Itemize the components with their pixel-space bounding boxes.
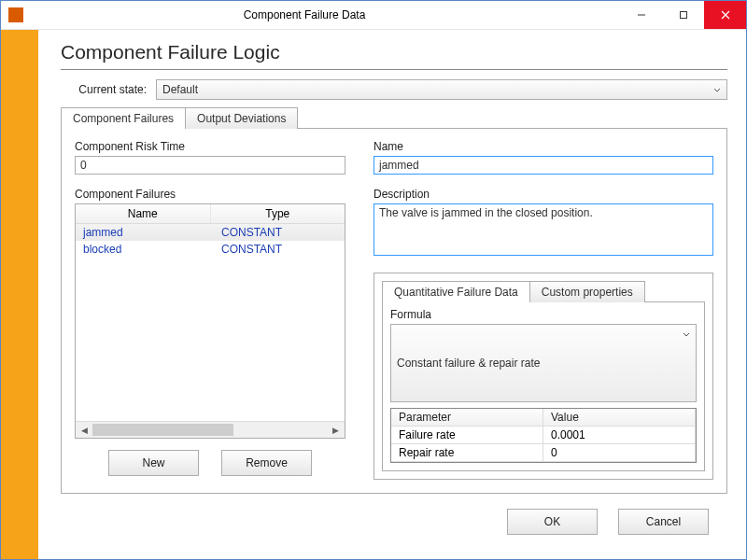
maximize-button[interactable] — [662, 1, 704, 29]
current-state-row: Current state: Default — [61, 79, 727, 100]
cancel-button[interactable]: Cancel — [618, 509, 709, 535]
name-input[interactable]: jammed — [374, 156, 713, 175]
svg-rect-1 — [680, 12, 686, 19]
minimize-button[interactable] — [620, 1, 662, 29]
col-header-type[interactable]: Type — [211, 204, 345, 223]
inner-tabs: Quantitative Failure Data Custom propert… — [382, 281, 712, 302]
horizontal-scrollbar[interactable]: ◀ ▶ — [76, 421, 345, 438]
description-label: Description — [374, 188, 713, 201]
scroll-track[interactable] — [92, 424, 328, 436]
cell-type: CONSTANT — [206, 241, 345, 258]
param-value[interactable]: 0.0001 — [543, 427, 696, 444]
tab-component-failures[interactable]: Component Failures — [61, 107, 186, 129]
failures-grid-header: Name Type — [76, 204, 345, 224]
chevron-down-icon — [713, 84, 721, 97]
close-icon — [721, 10, 730, 20]
scroll-thumb[interactable] — [92, 424, 233, 436]
tab-panel-component-failures: Component Risk Time 0 Component Failures… — [61, 128, 727, 494]
param-name: Failure rate — [391, 427, 543, 444]
col-header-value[interactable]: Value — [543, 409, 696, 427]
current-state-combo[interactable]: Default — [156, 79, 727, 100]
window-controls — [620, 1, 746, 29]
scroll-left-button[interactable]: ◀ — [78, 424, 92, 436]
parameter-table[interactable]: Parameter Value Failure rate 0.0001 Repa… — [390, 408, 697, 463]
cell-name: jammed — [76, 224, 206, 241]
table-row[interactable]: Repair rate 0 — [391, 444, 696, 462]
description-input[interactable]: The valve is jammed in the closed positi… — [374, 203, 713, 256]
scroll-right-button[interactable]: ▶ — [329, 424, 343, 436]
chevron-down-icon — [683, 329, 690, 342]
cell-type: CONSTANT — [206, 224, 345, 241]
component-failures-label: Component Failures — [75, 188, 345, 201]
formula-label: Formula — [390, 308, 697, 321]
tab-custom-properties[interactable]: Custom properties — [529, 281, 645, 302]
close-button[interactable] — [704, 1, 746, 29]
dialog-body: Component Failure Logic Current state: D… — [1, 30, 746, 559]
page-title: Component Failure Logic — [61, 41, 727, 70]
formula-combo[interactable]: Constant failure & repair rate — [390, 324, 697, 402]
param-value[interactable]: 0 — [543, 444, 696, 462]
failures-grid-body: jammed CONSTANT blocked CONSTANT — [76, 224, 345, 421]
titlebar: Component Failure Data — [1, 1, 746, 30]
tab-output-deviations[interactable]: Output Deviations — [185, 107, 298, 129]
risk-time-label: Component Risk Time — [75, 140, 345, 153]
current-state-value: Default — [162, 83, 198, 96]
dialog-window: Component Failure Data Component Failure… — [0, 0, 747, 560]
name-label: Name — [374, 140, 713, 153]
param-name: Repair rate — [391, 444, 543, 462]
parameter-table-header: Parameter Value — [391, 409, 696, 427]
left-column: Component Risk Time 0 Component Failures… — [75, 140, 345, 480]
main-tabs: Component Failures Output Deviations — [61, 107, 727, 129]
current-state-label: Current state: — [61, 83, 147, 96]
app-icon — [8, 7, 23, 22]
remove-button[interactable]: Remove — [221, 450, 312, 476]
minimize-icon — [637, 10, 646, 20]
table-row[interactable]: blocked CONSTANT — [76, 241, 345, 258]
side-accent — [1, 30, 38, 559]
dialog-buttons: OK Cancel — [61, 494, 727, 548]
window-title: Component Failure Data — [31, 8, 578, 21]
cell-name: blocked — [76, 241, 206, 258]
risk-time-input[interactable]: 0 — [75, 156, 345, 175]
tab-quantitative[interactable]: Quantitative Failure Data — [382, 281, 530, 302]
failures-grid[interactable]: Name Type jammed CONSTANT blocked CONSTA… — [75, 203, 345, 439]
new-button[interactable]: New — [108, 450, 199, 476]
maximize-icon — [679, 10, 688, 20]
content-area: Component Failure Logic Current state: D… — [38, 30, 746, 559]
right-column: Name jammed Description The valve is jam… — [374, 140, 713, 480]
table-row[interactable]: Failure rate 0.0001 — [391, 427, 696, 444]
col-header-name[interactable]: Name — [76, 204, 211, 223]
col-header-parameter[interactable]: Parameter — [391, 409, 543, 427]
table-row[interactable]: jammed CONSTANT — [76, 224, 345, 241]
ok-button[interactable]: OK — [507, 509, 598, 535]
inner-tab-container: Quantitative Failure Data Custom propert… — [374, 273, 713, 480]
failures-buttons: New Remove — [75, 450, 345, 476]
inner-tab-panel: Formula Constant failure & repair rate P… — [382, 301, 705, 471]
formula-value: Constant failure & repair rate — [397, 357, 540, 370]
